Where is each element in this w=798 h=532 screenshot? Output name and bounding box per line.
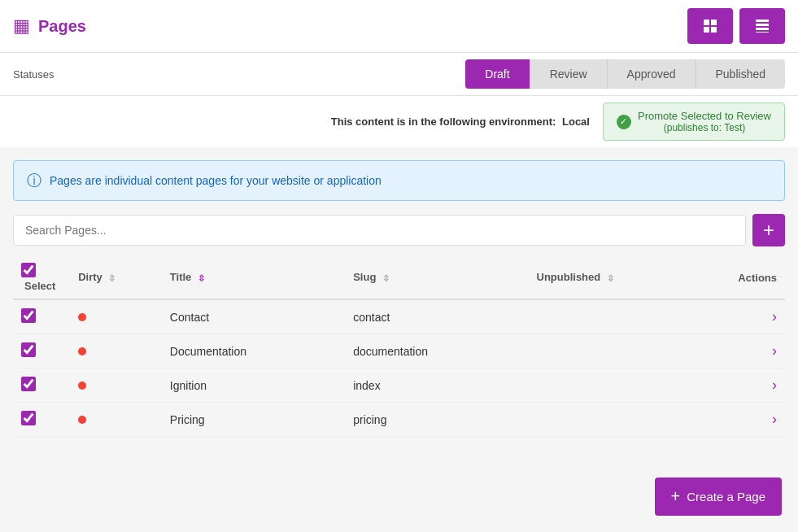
row-select-cell xyxy=(13,299,70,334)
promote-icon: ✓ xyxy=(617,115,631,129)
row-select-cell xyxy=(13,334,70,368)
tab-review[interactable]: Review xyxy=(530,59,608,89)
row-actions-cell: › xyxy=(712,299,785,334)
row-title-cell: Pricing xyxy=(162,403,345,437)
svg-rect-3 xyxy=(711,27,717,33)
info-icon: ⓘ xyxy=(27,171,41,190)
dirty-dot xyxy=(78,416,86,424)
row-action-arrow[interactable]: › xyxy=(772,377,777,393)
unpublished-sort-icon[interactable]: ⇳ xyxy=(607,273,614,284)
row-checkbox-3[interactable] xyxy=(21,411,36,425)
row-title-cell: Ignition xyxy=(162,368,345,403)
environment-value: Local xyxy=(562,116,590,128)
row-dirty-cell xyxy=(70,334,162,368)
slug-sort-icon[interactable]: ⇳ xyxy=(382,273,390,284)
header-left: ▦ Pages xyxy=(13,15,86,37)
svg-rect-5 xyxy=(756,24,769,26)
col-header-unpublished: Unpublished ⇳ xyxy=(529,256,712,299)
row-title-cell: Contact xyxy=(162,299,345,334)
table-view-button[interactable] xyxy=(687,8,733,44)
plus-icon: + xyxy=(763,220,774,240)
tab-approved[interactable]: Approved xyxy=(608,59,696,89)
row-checkbox-1[interactable] xyxy=(21,342,36,357)
row-unpublished-cell xyxy=(529,368,712,403)
row-action-arrow[interactable]: › xyxy=(772,411,777,427)
promote-button[interactable]: ✓ Promote Selected to Review (publishes … xyxy=(603,102,785,141)
row-dirty-cell xyxy=(70,368,162,403)
row-unpublished-cell xyxy=(529,299,712,334)
environment-text: This content is in the following environ… xyxy=(331,116,590,128)
col-header-select: Select xyxy=(13,256,70,299)
add-button[interactable]: + xyxy=(752,214,785,246)
table-header-row: Select Dirty ⇳ Title ⇳ Slug ⇳ Unpublishe… xyxy=(13,256,785,299)
app-header: ▦ Pages xyxy=(0,0,798,53)
environment-bar: This content is in the following environ… xyxy=(0,96,798,147)
statuses-label: Statuses xyxy=(13,68,55,81)
svg-rect-4 xyxy=(756,20,769,22)
status-tabs: Draft Review Approved Published xyxy=(465,59,785,89)
col-header-dirty: Dirty ⇳ xyxy=(70,256,162,299)
col-header-actions: Actions xyxy=(712,256,785,299)
row-slug-cell: contact xyxy=(345,299,528,334)
page-title: Pages xyxy=(38,17,86,36)
svg-rect-6 xyxy=(756,28,769,30)
svg-rect-7 xyxy=(756,32,769,33)
search-input[interactable] xyxy=(13,215,746,246)
dirty-dot xyxy=(78,347,86,355)
row-unpublished-cell xyxy=(529,334,712,368)
col-header-title: Title ⇳ xyxy=(162,256,345,299)
tab-draft[interactable]: Draft xyxy=(465,59,530,89)
create-plus-icon: + xyxy=(671,487,681,506)
table-row: Contact contact › xyxy=(13,299,785,334)
row-actions-cell: › xyxy=(712,403,785,437)
row-actions-cell: › xyxy=(712,368,785,403)
col-header-slug: Slug ⇳ xyxy=(345,256,528,299)
svg-rect-1 xyxy=(711,20,717,25)
table-row: Pricing pricing › xyxy=(13,403,785,437)
row-actions-cell: › xyxy=(712,334,785,368)
pages-table: Select Dirty ⇳ Title ⇳ Slug ⇳ Unpublishe… xyxy=(0,256,798,437)
svg-rect-2 xyxy=(704,27,709,33)
table-row: Ignition index › xyxy=(13,368,785,403)
row-checkbox-2[interactable] xyxy=(21,377,36,391)
grid-view-button[interactable] xyxy=(739,8,785,44)
promote-btn-text: Promote Selected to Review (publishes to… xyxy=(638,110,771,133)
info-text: Pages are individual content pages for y… xyxy=(50,174,382,187)
dirty-sort-icon[interactable]: ⇳ xyxy=(108,273,116,284)
row-slug-cell: documentation xyxy=(345,334,528,368)
table-row: Documentation documentation › xyxy=(13,334,785,368)
header-actions xyxy=(687,8,785,44)
row-select-cell xyxy=(13,368,70,403)
row-action-arrow[interactable]: › xyxy=(772,342,777,359)
svg-rect-0 xyxy=(704,20,709,25)
row-unpublished-cell xyxy=(529,403,712,437)
row-dirty-cell xyxy=(70,299,162,334)
search-row: + xyxy=(0,214,798,256)
row-slug-cell: pricing xyxy=(345,403,528,437)
dirty-dot xyxy=(78,382,86,390)
row-title-cell: Documentation xyxy=(162,334,345,368)
row-select-cell xyxy=(13,403,70,437)
title-sort-icon[interactable]: ⇳ xyxy=(198,273,205,284)
dirty-dot xyxy=(78,313,86,321)
info-banner: ⓘ Pages are individual content pages for… xyxy=(13,160,785,201)
tab-published[interactable]: Published xyxy=(696,59,786,89)
row-checkbox-0[interactable] xyxy=(21,308,36,323)
row-action-arrow[interactable]: › xyxy=(772,308,777,325)
select-all-checkbox[interactable] xyxy=(21,263,36,277)
row-slug-cell: index xyxy=(345,368,528,403)
status-bar: Statuses Draft Review Approved Published xyxy=(0,53,798,96)
app-logo-icon: ▦ xyxy=(13,15,30,37)
row-dirty-cell xyxy=(70,403,162,437)
create-page-button[interactable]: + Create a Page xyxy=(655,477,782,516)
create-page-label: Create a Page xyxy=(687,490,765,504)
